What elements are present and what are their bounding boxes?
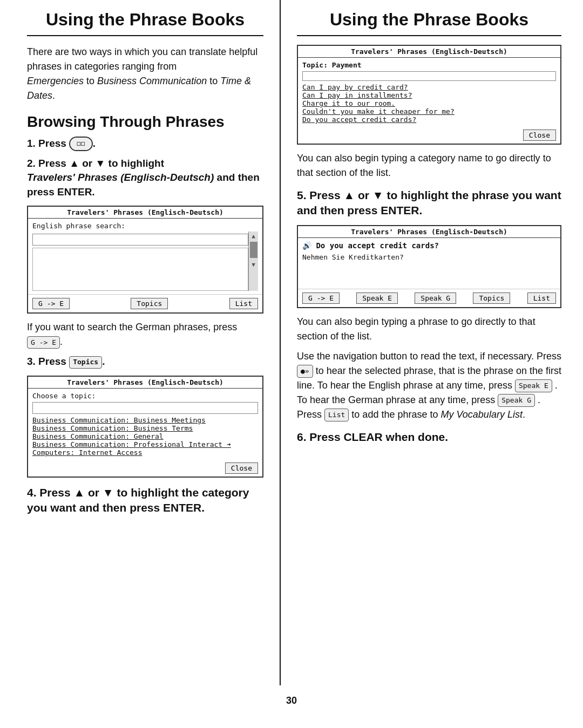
dialog2-label: Choose a topic: [32, 392, 258, 400]
dialog1-label: English phrase search: [32, 222, 258, 230]
dialog1-input[interactable] [32, 234, 248, 246]
dialog3-body: Topic: Payment Can I pay by credit card?… [298, 58, 560, 127]
dialog1-btn-list[interactable]: List [229, 298, 258, 309]
dialog2-title: Travelers' Phrases (Englisch-Deutsch) [28, 377, 262, 389]
dialog4-footer: G -> E Speak E Speak G Topics List [298, 289, 560, 307]
list-btn[interactable]: List [324, 409, 349, 421]
dialog3-item-1[interactable]: Can I pay by credit card? [302, 83, 556, 91]
right-title: Using the Phrase Books [297, 0, 561, 36]
dialog2-body: Choose a topic: Business Communication: … [28, 389, 262, 460]
dialog1-body: English phrase search: ▲ ▼ [28, 219, 262, 294]
dialog1-list [32, 232, 248, 291]
search-note: If you want to search the German phrases… [27, 320, 263, 349]
page: Using the Phrase Books There are two way… [0, 0, 583, 728]
dialog4-body: 🔊 Do you accept credit cards? Nehmen Sie… [298, 238, 560, 289]
dialog2-footer: Close [28, 460, 262, 477]
dialog3-item-5[interactable]: Do you accept credit cards? [302, 115, 556, 124]
step-5: 5. Press ▲ or ▼ to highlight the phrase … [297, 188, 561, 219]
dialog3-item-2[interactable]: Can I pay in installments? [302, 91, 556, 99]
dialog4-btn-speak-g[interactable]: Speak G [415, 292, 456, 304]
dialog1-scrollarea: ▲ ▼ [32, 232, 258, 291]
left-title: Using the Phrase Books [27, 0, 263, 36]
dialog4-btn-list[interactable]: List [527, 292, 556, 304]
dialog-4: Travelers' Phrases (Englisch-Deutsch) 🔊 … [297, 225, 561, 308]
dialog2-scrollarea: Business Communication: Business Meeting… [32, 416, 258, 457]
dialog2-item-4[interactable]: Business Communication: Professional Int… [32, 440, 258, 448]
dialog1-footer: G -> E Topics List [28, 294, 262, 312]
step1-button[interactable]: ◻◻ [69, 137, 93, 151]
dialog2-item-2[interactable]: Business Communication: Business Terms [32, 424, 258, 432]
dialog4-btn-speak-e[interactable]: Speak E [356, 292, 398, 304]
dialog1-btn-ge[interactable]: G -> E [32, 298, 70, 309]
sub-heading: Browsing Through Phrases [27, 113, 263, 131]
dialog2-item-3[interactable]: Business Communication: General [32, 432, 258, 440]
dialog3-close-btn[interactable]: Close [523, 130, 556, 141]
dialog2-item-5[interactable]: Computers: Internet Access [32, 448, 258, 457]
dialog1-title: Travelers' Phrases (Englisch-Deutsch) [28, 207, 262, 219]
dialog4-btn-topics[interactable]: Topics [473, 292, 510, 304]
dialog4-translation: Nehmen Sie Kreditkarten? [302, 253, 556, 261]
search-btn[interactable]: G -> E [27, 336, 60, 349]
dialog3-item-4[interactable]: Couldn't you make it cheaper for me? [302, 107, 556, 115]
speak-g-btn[interactable]: Speak G [498, 394, 535, 407]
nav-note: Use the navigation button to read the te… [297, 349, 561, 422]
dialog-2: Travelers' Phrases (Englisch-Deutsch) Ch… [27, 376, 263, 478]
dialog1-scrollbar[interactable]: ▲ ▼ [248, 232, 258, 291]
dialog3-title: Travelers' Phrases (Englisch-Deutsch) [298, 46, 560, 58]
dialog4-space [302, 261, 556, 285]
dialog-1: Travelers' Phrases (Englisch-Deutsch) En… [27, 206, 263, 314]
dialog3-footer: Close [298, 127, 560, 144]
dialog4-title: Travelers' Phrases (Englisch-Deutsch) [298, 226, 560, 238]
columns: Using the Phrase Books There are two way… [0, 0, 583, 685]
step-4: 4. Press ▲ or ▼ to highlight the categor… [27, 485, 263, 516]
speak-e-btn[interactable]: Speak E [515, 379, 552, 392]
dialog1-results [32, 248, 248, 291]
step-6: 6. Press CLEAR when done. [297, 430, 561, 445]
page-number: 30 [0, 695, 583, 706]
dialog2-input[interactable] [32, 402, 258, 414]
dialog1-btn-topics[interactable]: Topics [131, 298, 168, 309]
right-column: Using the Phrase Books Travelers' Phrase… [281, 0, 583, 685]
left-column: Using the Phrase Books There are two way… [0, 0, 281, 685]
step3-btn[interactable]: Topics [69, 356, 102, 368]
dialog4-btn-ge[interactable]: G -> E [302, 292, 340, 304]
step-2: 2. Press ▲ or ▼ to highlight Travelers' … [27, 157, 263, 200]
dialog3-input[interactable] [302, 71, 556, 81]
type-note: You can also begin typing a category nam… [297, 151, 561, 180]
dialog4-phrase: 🔊 Do you accept credit cards? [302, 241, 556, 250]
dialog3-item-3[interactable]: Charge it to our room. [302, 99, 556, 107]
dialog2-list: Business Communication: Business Meeting… [32, 416, 258, 457]
nav-btn[interactable]: ●» [297, 365, 313, 378]
dialog3-topic: Topic: Payment [302, 61, 556, 69]
dialog2-item-1[interactable]: Business Communication: Business Meeting… [32, 416, 258, 424]
scrollbar-thumb [250, 242, 257, 258]
intro-text: There are two ways in which you can tran… [27, 45, 263, 103]
dialog-3: Travelers' Phrases (Englisch-Deutsch) To… [297, 45, 561, 145]
step-1: 1. Press ◻◻. [27, 137, 263, 151]
step-3: 3. Press Topics. [27, 355, 263, 369]
type-note-2: You can also begin typing a phrase to go… [297, 315, 561, 344]
dialog2-close-btn[interactable]: Close [225, 462, 258, 474]
